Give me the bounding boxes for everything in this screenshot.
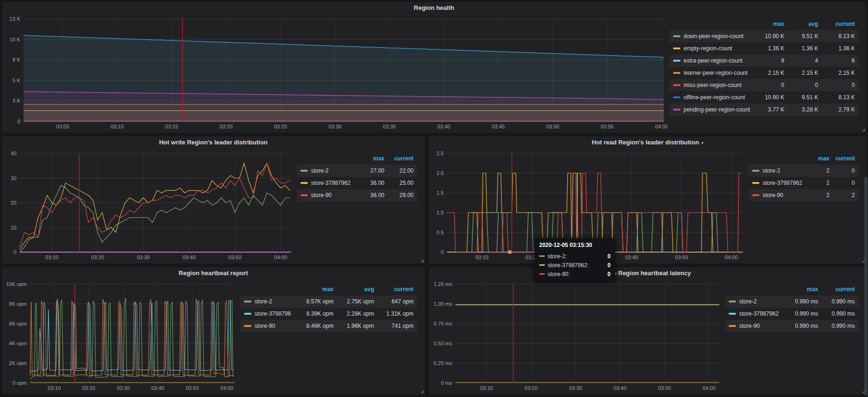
- legend-column-header[interactable]: current: [818, 21, 855, 27]
- legend-column-header[interactable]: max: [355, 155, 384, 162]
- legend-series-name[interactable]: pending-peer-region-count: [673, 106, 750, 113]
- svg-text:0.25 ms: 0.25 ms: [434, 360, 453, 366]
- legend-value: 2.15 K: [750, 70, 784, 76]
- series-color-swatch: [752, 194, 759, 196]
- chart-tooltip: 2020-12-05 03:15:30 store-2:0store-37987…: [534, 238, 615, 283]
- svg-text:0.50 ms: 0.50 ms: [434, 341, 453, 346]
- svg-text:8 K: 8 K: [12, 57, 20, 63]
- series-color-swatch: [673, 60, 680, 62]
- panel-title-hot-write[interactable]: Hot write Region's leader distribution: [2, 136, 425, 149]
- svg-text:20: 20: [11, 200, 16, 206]
- series-color-swatch: [301, 170, 308, 172]
- svg-text:03:50: 03:50: [675, 254, 688, 260]
- svg-text:2.5: 2.5: [437, 151, 444, 156]
- panel-resize-handle[interactable]: [420, 389, 424, 393]
- page-scrollbar[interactable]: [864, 177, 868, 396]
- legend-value: 36.00: [355, 180, 384, 186]
- legend-column-header[interactable]: current: [818, 286, 855, 293]
- series-color-swatch: [539, 255, 545, 257]
- svg-text:10 K: 10 K: [9, 37, 20, 42]
- legend-header-row: maxcurrent: [297, 152, 417, 165]
- panel-resize-handle[interactable]: [861, 128, 865, 132]
- svg-text:2.0: 2.0: [437, 170, 444, 176]
- legend-column-header[interactable]: max: [782, 286, 818, 293]
- legend-series-name[interactable]: store-90: [301, 192, 355, 198]
- legend-value: 27.00: [355, 167, 384, 174]
- legend-column-header[interactable]: max: [291, 286, 334, 293]
- svg-text:0.75 ms: 0.75 ms: [434, 321, 453, 326]
- legend-series-name[interactable]: store-2: [244, 298, 291, 305]
- legend-header-row: maxcurrent: [749, 152, 859, 165]
- svg-text:6K opm: 6K opm: [9, 321, 27, 326]
- series-color-swatch: [301, 182, 308, 184]
- legend-column-header[interactable]: avg: [784, 21, 818, 27]
- legend-row: store-28.57K opm2.75K opm647 opm: [240, 295, 417, 308]
- panel-title-latency[interactable]: 99% Region heartbeat latency: [429, 267, 866, 279]
- legend-series-name[interactable]: store-2: [752, 167, 809, 174]
- svg-text:13 K: 13 K: [9, 16, 20, 22]
- legend-series-name[interactable]: empty-region-count: [673, 45, 750, 52]
- legend-value: 2.15 K: [784, 70, 818, 76]
- series-color-swatch: [244, 301, 251, 302]
- svg-text:04:00: 04:00: [725, 254, 738, 260]
- tooltip-timestamp: 2020-12-05 03:15:30: [539, 242, 611, 248]
- panel-title-hot-read[interactable]: Hot read Region's leader distribution▾: [429, 136, 866, 149]
- svg-text:03:55: 03:55: [601, 124, 614, 129]
- legend-row: store-900.990 ms0.990 ms: [725, 320, 859, 332]
- svg-text:2K opm: 2K opm: [9, 360, 27, 366]
- svg-text:0: 0: [441, 249, 444, 255]
- legend-series-name[interactable]: store-90: [752, 192, 809, 198]
- legend-series-name[interactable]: store-90: [729, 323, 782, 329]
- svg-text:30: 30: [11, 175, 16, 181]
- legend-series-name[interactable]: extra-peer-region-count: [673, 57, 750, 64]
- legend-value: 1.36 K: [818, 45, 855, 52]
- dashboard-row-1: Region health 03:0503:1003:1503:2003:250…: [0, 2, 868, 133]
- legend-column-header[interactable]: avg: [334, 286, 374, 293]
- chart-region-health[interactable]: 03:0503:1003:1503:2003:2503:3003:3503:40…: [4, 14, 668, 131]
- legend-column-header[interactable]: current: [384, 155, 414, 162]
- panel-resize-handle[interactable]: [420, 259, 424, 262]
- svg-text:04:00: 04:00: [220, 385, 233, 391]
- legend-series-name[interactable]: store-37987962: [301, 180, 355, 186]
- panel-title-heartbeat[interactable]: Region heartbeat report: [2, 267, 425, 279]
- svg-text:40: 40: [11, 151, 16, 156]
- svg-text:03:30: 03:30: [137, 254, 150, 260]
- legend-row: store-3798796220: [749, 177, 859, 189]
- legend-value: 0.990 ms: [818, 298, 855, 305]
- svg-text:03:40: 03:40: [183, 254, 196, 260]
- svg-text:0: 0: [17, 119, 20, 124]
- legend-value: 741 opm: [374, 323, 414, 329]
- legend-series-name[interactable]: down-peer-region-count: [673, 33, 750, 40]
- chart-heartbeat[interactable]: 03:1003:2003:3003:4003:5004:000 opm2K op…: [4, 279, 239, 392]
- legend-series-name[interactable]: store-37987962: [729, 310, 782, 317]
- legend-series-name[interactable]: store-90: [244, 323, 291, 329]
- legend-series-name[interactable]: miss-peer-region-count: [673, 82, 750, 88]
- legend-value: 8.46K opm: [291, 323, 334, 329]
- legend-row: store-3798796236.0025.00: [297, 177, 417, 189]
- legend-value: 2: [829, 192, 855, 198]
- chart-hot-write[interactable]: 03:1003:2003:3003:4003:5004:00010203040: [4, 149, 295, 262]
- panel-title-region-health[interactable]: Region health: [2, 2, 866, 14]
- svg-text:03:10: 03:10: [45, 254, 58, 260]
- svg-text:1.00 ms: 1.00 ms: [434, 301, 453, 307]
- legend-series-name[interactable]: store-37987962: [244, 310, 291, 317]
- legend-column-header[interactable]: max: [809, 155, 829, 162]
- legend-value: 6: [818, 57, 855, 64]
- tooltip-row: store-90:0: [539, 270, 611, 278]
- legend-value: 1.36 K: [784, 45, 818, 52]
- legend-series-name[interactable]: store-37987962: [752, 180, 809, 186]
- panel-hot-write: Hot write Region's leader distribution 0…: [2, 136, 425, 263]
- legend-column-header[interactable]: current: [374, 286, 414, 293]
- svg-text:04:00: 04:00: [655, 124, 668, 129]
- legend-series-name[interactable]: store-2: [301, 167, 355, 174]
- legend-column-header[interactable]: max: [750, 21, 784, 27]
- legend-series-name[interactable]: learner-peer-region-count: [673, 70, 750, 76]
- legend-row: store-379879620.990 ms0.990 ms: [725, 308, 859, 320]
- legend-column-header[interactable]: current: [829, 155, 855, 162]
- legend-series-name[interactable]: offline-peer-region-count: [673, 94, 750, 101]
- dashboard-row-2: Hot write Region's leader distribution 0…: [0, 136, 868, 263]
- svg-text:03:50: 03:50: [546, 124, 559, 129]
- legend-series-name[interactable]: store-2: [729, 298, 782, 305]
- svg-text:03:30: 03:30: [569, 385, 582, 391]
- chart-latency[interactable]: 03:1003:2003:3003:4003:5004:000 ms0.25 m…: [431, 279, 723, 392]
